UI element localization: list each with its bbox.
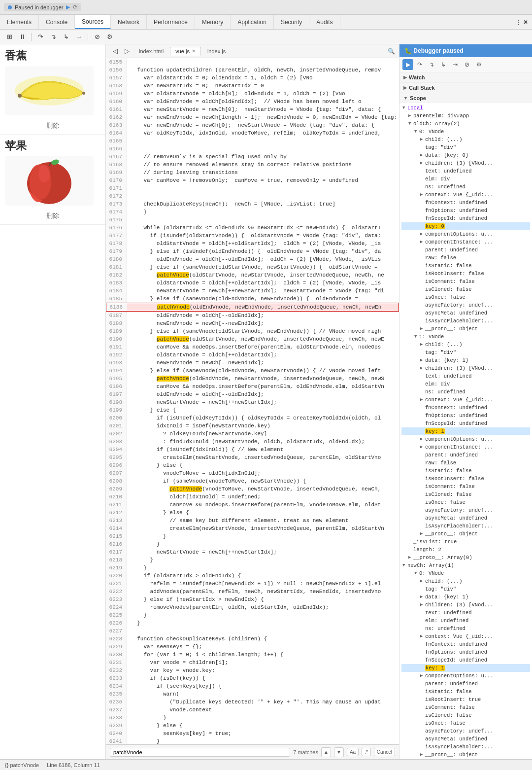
tab-audits[interactable]: Audits: [309, 15, 340, 29]
vnode0-isCloned[interactable]: isCloned: false: [401, 285, 530, 293]
vnode0-parent[interactable]: parent: undefined: [401, 246, 530, 254]
table-row[interactable]: 6220 if (oldStartIdx > oldEndIdx) {: [106, 572, 399, 580]
table-row[interactable]: 6166: [106, 145, 399, 153]
vnode1-tag[interactable]: tag: "div": [401, 349, 530, 356]
table-row[interactable]: 6184 newStartVnode = newCh[++newStartIdx…: [106, 287, 399, 295]
table-row[interactable]: 6190 patchVnode(oldStartVnode, newEndVno…: [106, 335, 399, 343]
deactivate-right-btn[interactable]: ⊘: [462, 59, 472, 70]
step-over-btn[interactable]: ↷: [35, 32, 46, 42]
table-row[interactable]: 6230 for (var i = 0; i < children.length…: [106, 651, 399, 659]
apple-delete-btn[interactable]: 删除: [5, 211, 100, 220]
table-row[interactable]: 6168 // to ensure removed elements stay …: [106, 161, 399, 169]
table-row[interactable]: 6203 : findIdxInOld (newStartVnode, oldC…: [106, 438, 399, 446]
file-tab-vue-js[interactable]: vue.js ✕: [170, 47, 201, 56]
table-row[interactable]: 6213 // same key but different element. …: [106, 517, 399, 525]
step-btn[interactable]: →: [73, 32, 84, 42]
table-row[interactable]: 6206 } else {: [106, 461, 399, 469]
vnode1-componentInstance[interactable]: ▶ componentInstance: ...: [401, 443, 530, 451]
vnode0-asyncFactory[interactable]: asyncFactory: undef...: [401, 301, 530, 309]
table-row[interactable]: 6194 } else if (sameVnode(oldEndVnode, n…: [106, 367, 399, 375]
vnode1-isRootInsert[interactable]: isRootInsert: false: [401, 475, 530, 483]
vnode1-proto[interactable]: ▶ __proto__: Object: [401, 530, 530, 538]
table-row[interactable]: 6241 }: [106, 737, 399, 744]
table-row[interactable]: 6215 }: [106, 532, 399, 540]
vnode0-fnScopeId[interactable]: fnScopeId: undefined: [401, 214, 530, 222]
newCh-vnode0-header[interactable]: ▼ 0: VNode: [401, 569, 530, 577]
tab-application[interactable]: Application: [231, 15, 274, 29]
table-row[interactable]: 6188 newEndVnode = newCh[--newEndIdx];: [106, 319, 399, 327]
search-input[interactable]: [110, 748, 290, 757]
table-row[interactable]: 6240 seenKeys[key] = true;: [106, 730, 399, 737]
newCh-vnode0-context[interactable]: ▶ context: Vue {_uid:...: [401, 632, 530, 640]
table-row[interactable]: 6238 ): [106, 714, 399, 722]
table-row[interactable]: 6193 newEndVnode = newCh[--newEndIdx];: [106, 359, 399, 367]
table-row[interactable]: 6161 var newStartVnode = newCh[0]; newSt…: [106, 105, 399, 113]
vnode0-proto[interactable]: ▶ __proto__: Object: [401, 325, 530, 333]
table-row[interactable]: 6174 }: [106, 208, 399, 216]
vnode0-header[interactable]: ▼ 0: VNode: [401, 128, 530, 136]
step-into-btn[interactable]: ↴: [48, 32, 59, 42]
vnode1-data[interactable]: ▶ data: {key: 1}: [401, 356, 530, 364]
newCh-section[interactable]: ▼ newCh: Array(1): [401, 561, 530, 569]
table-row[interactable]: 6192 oldStartVnode = oldCh[++oldStartIdx…: [106, 351, 399, 359]
table-row[interactable]: 6173 checkDuplicateKeys(newCh); newCh = …: [106, 200, 399, 208]
table-row[interactable]: 6223 } else if (newStartIdx > newEndIdx)…: [106, 595, 399, 603]
newCh-vnode0-data[interactable]: ▶ data: {key: 1}: [401, 593, 530, 601]
vnode0-text[interactable]: text: undefined: [401, 167, 530, 175]
vnode1-ns[interactable]: ns: undefined: [401, 388, 530, 396]
file-tab-index-html[interactable]: index.html: [133, 47, 169, 56]
table-row[interactable]: 6198 newStartVnode = newCh[++newStartIdx…: [106, 398, 399, 406]
vnode1-key[interactable]: key: 1: [401, 427, 530, 435]
newCh-vnode0-isStatic[interactable]: isStatic: false: [401, 688, 530, 696]
vnode1-elm[interactable]: elm: div: [401, 380, 530, 388]
vnode0-ns[interactable]: ns: undefined: [401, 183, 530, 191]
table-row[interactable]: 6191 canMove && nodeOps.insertBefore(par…: [106, 343, 399, 351]
newCh-vnode0-tag[interactable]: tag: "div": [401, 585, 530, 593]
newCh-vnode0-isComment[interactable]: isComment: false: [401, 703, 530, 711]
newCh-vnode0-isCloned[interactable]: isCloned: false: [401, 711, 530, 719]
vnode0-isStatic[interactable]: isStatic: false: [401, 262, 530, 270]
table-row[interactable]: 6239 } else {: [106, 722, 399, 730]
step-over-right-btn[interactable]: ↷: [414, 59, 425, 70]
newCh-vnode0-fnScopeId[interactable]: fnScopeId: undefined: [401, 656, 530, 664]
case-sensitive-btn[interactable]: Aa: [347, 748, 359, 756]
vnode0-raw[interactable]: raw: false: [401, 254, 530, 262]
parentElm-item[interactable]: ▶ parentElm: div#app: [401, 112, 530, 120]
table-row[interactable]: 6233 if (isDef(key)) {: [106, 674, 399, 682]
vnode0-isAsyncPlaceholder[interactable]: isAsyncPlaceholder:...: [401, 317, 530, 325]
vnode0-isOnce[interactable]: isOnce: false: [401, 293, 530, 301]
settings-right-btn[interactable]: ⚙: [473, 59, 484, 70]
isVList-item[interactable]: _isVList: true: [401, 538, 530, 546]
step-right-btn[interactable]: ⇥: [450, 59, 461, 70]
table-row[interactable]: 6199 } else {: [106, 406, 399, 414]
tab-performance[interactable]: Performance: [147, 15, 195, 29]
table-row[interactable]: 6222 addVnodes(parentElm, refElm, newCh,…: [106, 588, 399, 595]
table-row[interactable]: 6196 canMove && nodeOps.insertBefore(par…: [106, 383, 399, 390]
search-prev-btn[interactable]: ▲: [321, 747, 331, 757]
table-row[interactable]: 6167 // removeOnly is a special flag use…: [106, 153, 399, 161]
table-row[interactable]: 6183 oldStartVnode = oldCh[++oldStartIdx…: [106, 279, 399, 287]
vnode1-isAsyncPlaceholder[interactable]: isAsyncPlaceholder:...: [401, 522, 530, 530]
table-row[interactable]: 6163 var newEndVnode = newCh[0]; newStar…: [106, 121, 399, 129]
continue-icon[interactable]: ▶: [66, 4, 70, 10]
table-row[interactable]: 6231 var vnode = children[i];: [106, 659, 399, 666]
code-content[interactable]: 61556156 function updateChildren (parent…: [106, 58, 399, 744]
vnode1-text[interactable]: text: undefined: [401, 372, 530, 380]
vnode1-parent[interactable]: parent: undefined: [401, 451, 530, 459]
banana-delete-btn[interactable]: 删除: [5, 121, 100, 130]
vnode1-componentOptions[interactable]: ▶ componentOptions: u...: [401, 435, 530, 443]
table-row[interactable]: 6219 }: [106, 564, 399, 572]
newCh-vnode0-co[interactable]: ▶ componentOptions: u...: [401, 672, 530, 680]
vnode0-context[interactable]: ▶ context: Vue {_uid:...: [401, 191, 530, 199]
table-row[interactable]: 6207 vnodeToMove = oldCh[idxInOld];: [106, 469, 399, 477]
table-row[interactable]: 6177 if (isUndef(oldStartVnode)) { oldSt…: [106, 232, 399, 240]
table-row[interactable]: 6178 oldStartVnode = oldCh[++oldStartIdx…: [106, 240, 399, 247]
vnode1-asyncFactory[interactable]: asyncFactory: undef...: [401, 506, 530, 514]
more-icon[interactable]: ⋮: [515, 19, 521, 26]
vnode1-fnContext[interactable]: fnContext: undefined: [401, 404, 530, 412]
file-tab-index-js[interactable]: index.js: [202, 47, 231, 56]
newCh-vnode0-text[interactable]: text: undefined: [401, 609, 530, 617]
skip-icon[interactable]: ⟳: [73, 4, 77, 10]
table-row[interactable]: 6210 oldCh[idxInOld] = undefined;: [106, 493, 399, 501]
vnode1-fnScopeId[interactable]: fnScopeId: undefined: [401, 420, 530, 427]
